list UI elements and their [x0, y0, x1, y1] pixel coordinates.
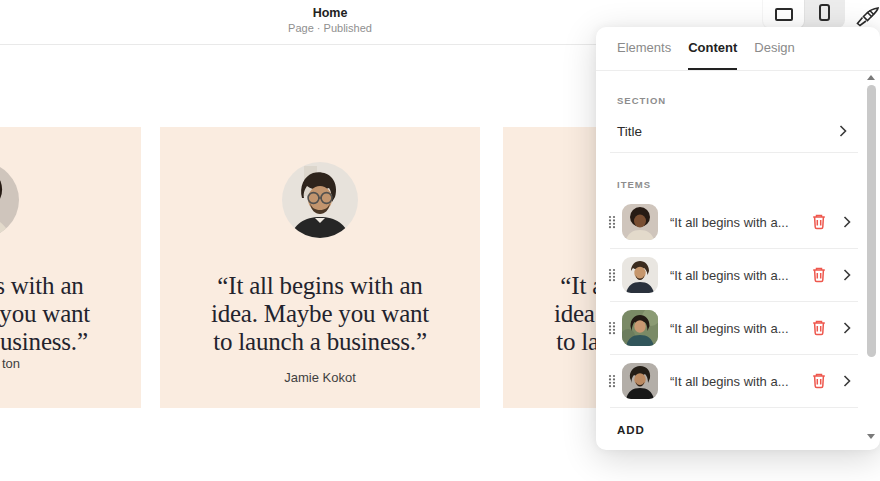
drag-handle-icon[interactable]	[605, 374, 619, 388]
woman-afro-avatar-image	[0, 162, 19, 238]
trash-icon	[811, 319, 827, 336]
testimonial-author-name: Jamie Kokot	[160, 370, 480, 385]
list-item[interactable]: “It all begins with a...	[596, 196, 880, 248]
delete-item-button[interactable]	[811, 319, 829, 337]
items-label: ITEMS	[617, 179, 859, 190]
item-text: “It all begins with a...	[670, 321, 807, 336]
delete-item-button[interactable]	[811, 266, 829, 284]
page-title-menu[interactable]: Home Page · Published	[288, 6, 372, 35]
man-beard-avatar-image	[622, 257, 658, 293]
testimonial-author-name: ton	[2, 356, 20, 371]
chevron-right-icon	[843, 269, 851, 281]
panel-scrollbar[interactable]	[867, 85, 876, 357]
divider	[610, 152, 858, 153]
drag-handle-icon[interactable]	[605, 215, 619, 229]
delete-item-button[interactable]	[811, 372, 829, 390]
trash-icon	[811, 266, 827, 283]
page-title: Home	[288, 6, 372, 21]
scroll-down-arrow-icon[interactable]	[867, 434, 875, 439]
list-item[interactable]: “It all begins with a...	[596, 302, 880, 354]
testimonial-card-left[interactable]: “It all begins with an idea. Maybe you w…	[0, 127, 141, 408]
item-avatar	[622, 310, 658, 346]
woman-smiling-avatar-image	[622, 310, 658, 346]
item-text: “It all begins with a...	[670, 215, 807, 230]
mobile-phone-icon	[819, 4, 830, 21]
desktop-icon	[775, 8, 793, 21]
item-text: “It all begins with a...	[670, 374, 807, 389]
drag-handle-icon[interactable]	[605, 268, 619, 282]
item-avatar	[622, 257, 658, 293]
man-dark-hair-avatar-image	[622, 363, 658, 399]
list-item[interactable]: “It all begins with a...	[596, 249, 880, 301]
woman-afro-avatar-image	[622, 204, 658, 240]
tab-elements[interactable]: Elements	[617, 27, 671, 70]
trash-icon	[811, 213, 827, 230]
scroll-up-arrow-icon[interactable]	[867, 75, 875, 80]
content-settings-panel: Elements Content Design SECTION Title IT…	[596, 27, 880, 450]
page-status: Page · Published	[288, 21, 372, 35]
trash-icon	[811, 372, 827, 389]
chevron-right-icon	[839, 125, 847, 137]
panel-tabs: Elements Content Design	[596, 27, 880, 71]
testimonial-quote: “It all begins with an idea. Maybe you w…	[0, 272, 141, 356]
man-glasses-avatar-image	[282, 162, 358, 238]
tab-design[interactable]: Design	[754, 27, 794, 70]
testimonial-quote: “It all begins with an idea. Maybe you w…	[160, 272, 480, 356]
chevron-right-icon	[843, 216, 851, 228]
item-text: “It all begins with a...	[670, 268, 807, 283]
chevron-right-icon	[843, 322, 851, 334]
list-item[interactable]: “It all begins with a...	[596, 355, 880, 407]
testimonial-card-center[interactable]: “It all begins with an idea. Maybe you w…	[160, 127, 480, 408]
testimonial-avatar	[0, 162, 19, 238]
delete-item-button[interactable]	[811, 213, 829, 231]
section-title-row[interactable]: Title	[596, 110, 880, 152]
section-label: SECTION	[617, 95, 859, 106]
testimonial-avatar	[282, 162, 358, 238]
mobile-preview-button[interactable]	[804, 0, 845, 28]
add-item-button[interactable]: ADD	[596, 408, 880, 452]
items-list: “It all begins with a...	[596, 196, 880, 408]
item-avatar	[622, 363, 658, 399]
desktop-preview-button[interactable]	[763, 0, 804, 28]
item-avatar	[622, 204, 658, 240]
drag-handle-icon[interactable]	[605, 321, 619, 335]
section-title-text: Title	[617, 124, 642, 139]
device-preview-toggle	[763, 0, 845, 28]
chevron-right-icon	[843, 375, 851, 387]
tab-content[interactable]: Content	[688, 27, 737, 70]
